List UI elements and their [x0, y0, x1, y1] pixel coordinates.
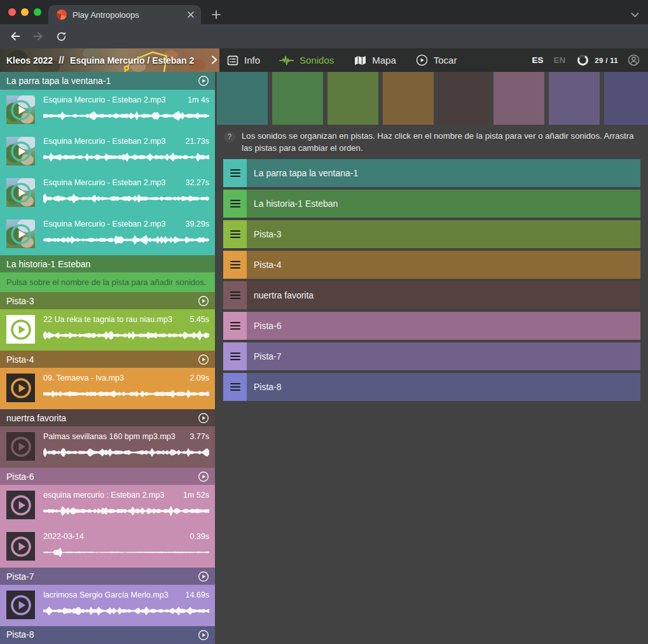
clip-thumbnail[interactable] [6, 532, 35, 561]
track-header[interactable]: nuertra favorita [0, 409, 215, 426]
tab-info[interactable]: Info [227, 55, 260, 66]
track-header[interactable]: Pista-3 [0, 292, 215, 309]
audio-clip[interactable]: 2022-03-140.39s [0, 526, 215, 568]
forward-button[interactable] [31, 29, 46, 44]
browser-tab[interactable]: Play Antropoloops [48, 5, 201, 24]
drag-handle[interactable] [223, 312, 247, 340]
track-header[interactable]: La parra tapa la ventana-1 [0, 72, 215, 90]
track-row[interactable]: nuertra favorita [223, 281, 640, 309]
clip-thumbnail[interactable] [6, 432, 35, 461]
project-map-thumbnail[interactable]: Kleos 2022 // Esquina Mercurio / Esteban… [0, 48, 219, 72]
play-track-icon[interactable] [198, 571, 209, 582]
play-track-icon[interactable] [198, 471, 209, 482]
track-row-body[interactable]: La parra tapa la ventana-1 [247, 159, 640, 187]
clip-thumbnail[interactable] [6, 491, 35, 519]
lang-en-button[interactable]: EN [554, 55, 566, 65]
track-swatch[interactable] [327, 72, 378, 125]
audio-clip[interactable]: Esquina Mercurio - Esteban 2.mp332.27s [0, 172, 215, 214]
clip-thumbnail[interactable] [6, 591, 35, 619]
clip-thumbnail[interactable] [6, 374, 35, 402]
clip-title-row: Esquina Mercurio - Esteban 2.mp332.27s [43, 178, 209, 187]
track-swatch[interactable] [438, 72, 489, 125]
track-header[interactable]: Pista-6 [0, 468, 215, 485]
reload-button[interactable] [53, 29, 69, 44]
clip-play-icon[interactable] [10, 535, 32, 558]
tab-mapa[interactable]: Mapa [354, 55, 396, 66]
clip-play-icon[interactable] [10, 594, 32, 617]
clip-play-icon[interactable] [10, 435, 32, 458]
track-row[interactable]: Pista-3 [223, 220, 640, 248]
drag-handle[interactable] [223, 251, 247, 279]
account-button[interactable] [628, 54, 640, 66]
audio-clip[interactable]: Palmas sevillanas 160 bpm mp3.mp33.77s [0, 426, 215, 468]
window-maximize-button[interactable] [34, 8, 41, 16]
clip-play-icon[interactable] [10, 223, 32, 246]
tab-tocar[interactable]: Tocar [416, 54, 457, 66]
track-swatch[interactable] [383, 72, 434, 125]
audio-clip[interactable]: Esquina Mercurio - Esteban 2.mp339.29s [0, 214, 215, 255]
back-button[interactable] [8, 29, 23, 44]
track-header[interactable]: Pista-8 [0, 626, 215, 644]
tab-sonidos[interactable]: Sonidos [279, 55, 334, 66]
track-header[interactable]: La historia-1 Esteban [0, 255, 215, 272]
drag-handle[interactable] [223, 220, 247, 248]
track-row-body[interactable]: La historia-1 Esteban [247, 190, 640, 218]
clip-play-icon[interactable] [10, 181, 32, 204]
play-track-icon[interactable] [198, 629, 209, 641]
clip-duration: 0.39s [190, 532, 209, 541]
clip-play-icon[interactable] [10, 494, 32, 517]
lang-es-button[interactable]: ES [532, 55, 544, 65]
audio-clip[interactable]: 09. Temaeva - Iva.mp32.09s [0, 368, 215, 409]
track-swatch[interactable] [493, 72, 544, 125]
track-swatch[interactable] [217, 72, 268, 125]
play-track-icon[interactable] [198, 412, 209, 424]
track-swatch[interactable] [549, 72, 600, 125]
track-header[interactable]: Pista-7 [0, 568, 215, 585]
loops-counter: 29 / 11 [595, 57, 618, 64]
track-row[interactable]: La parra tapa la ventana-1 [223, 159, 640, 187]
track-header[interactable]: Pista-4 [0, 351, 215, 368]
clip-thumbnail[interactable] [6, 178, 35, 207]
track-row[interactable]: Pista-7 [223, 342, 640, 370]
track-row[interactable]: Pista-4 [223, 251, 640, 279]
drag-handle[interactable] [223, 159, 247, 187]
new-tab-button[interactable] [209, 7, 224, 22]
audio-clip[interactable]: esquina mercurio : Esteban 2.mp31m 52s [0, 485, 215, 526]
clip-thumbnail[interactable] [6, 315, 35, 344]
track-section: Pista-322 Ua reka te tagnia to rau niau.… [0, 292, 215, 351]
drag-handle[interactable] [223, 373, 247, 401]
track-swatch[interactable] [272, 72, 323, 125]
tab-close-icon[interactable] [187, 11, 195, 18]
window-minimize-button[interactable] [21, 8, 29, 16]
track-row-body[interactable]: Pista-7 [247, 342, 640, 370]
play-track-icon[interactable] [198, 295, 209, 307]
drag-handle[interactable] [223, 190, 247, 218]
play-track-icon[interactable] [198, 354, 209, 365]
clip-thumbnail[interactable] [6, 95, 35, 124]
track-row[interactable]: La historia-1 Esteban [223, 190, 640, 218]
audio-clip[interactable]: Esquina Mercurio - Esteban 2.mp31m 4s [0, 90, 215, 131]
clip-play-icon[interactable] [10, 318, 32, 341]
window-close-button[interactable] [8, 8, 16, 16]
track-row-body[interactable]: Pista-8 [247, 373, 640, 401]
audio-clip[interactable]: Esquina Mercurio - Esteban 2.mp321.73s [0, 131, 215, 172]
clip-play-icon[interactable] [10, 377, 32, 400]
tab-search-button[interactable] [631, 9, 639, 20]
track-row-body[interactable]: Pista-6 [247, 312, 640, 340]
clip-thumbnail[interactable] [6, 137, 35, 165]
clip-play-icon[interactable] [10, 99, 32, 122]
track-row-body[interactable]: Pista-4 [247, 251, 640, 279]
track-swatch[interactable] [604, 72, 648, 125]
clip-play-icon[interactable] [10, 140, 32, 163]
track-row-body[interactable]: Pista-3 [247, 220, 640, 248]
clip-thumbnail[interactable] [6, 220, 35, 248]
track-row[interactable]: Pista-6 [223, 312, 640, 340]
audio-clip[interactable]: lacrimosa Sergio García Merlo.mp314.69s [0, 585, 215, 626]
audio-clip[interactable]: 22 Ua reka te tagnia to rau niau.mp35.45… [0, 309, 215, 351]
drag-handle[interactable] [223, 342, 247, 370]
play-track-icon[interactable] [198, 75, 209, 87]
track-row-body[interactable]: nuertra favorita [247, 281, 640, 309]
track-row[interactable]: Pista-8 [223, 373, 640, 401]
clip-title-row: esquina mercurio : Esteban 2.mp31m 52s [43, 491, 209, 500]
drag-handle[interactable] [223, 281, 247, 309]
